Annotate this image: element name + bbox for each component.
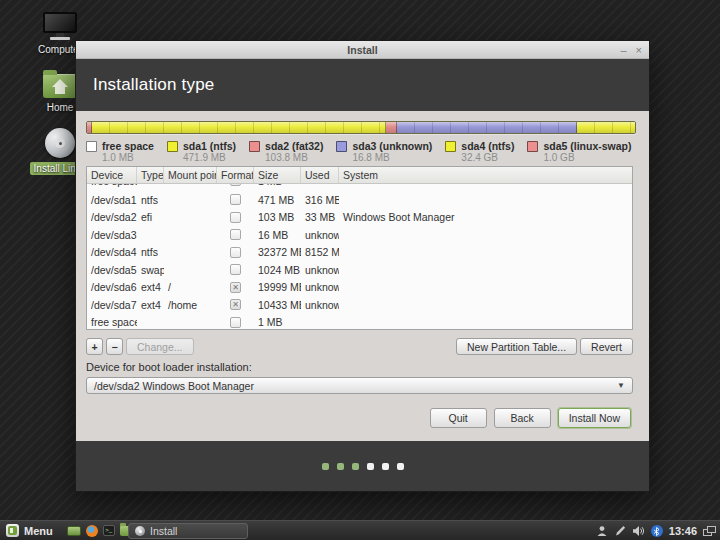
table-cell: 1 MB	[254, 184, 301, 187]
terminal-icon[interactable]: >_	[103, 525, 115, 536]
minimize-button[interactable]: –	[620, 45, 626, 55]
partition-table[interactable]: DeviceTypeMount pointFormat?SizeUsedSyst…	[86, 166, 633, 330]
bootloader-select[interactable]: /dev/sda2 Windows Boot Manager ▼	[86, 377, 633, 394]
table-cell: 10433 MB	[254, 299, 301, 311]
page-title: Installation type	[93, 75, 215, 95]
menu-label: Menu	[24, 525, 53, 537]
table-cell: 8152 MB	[301, 246, 339, 258]
chevron-down-icon: ▼	[617, 381, 625, 390]
table-cell: 32372 MB	[254, 246, 301, 258]
column-header[interactable]: Type	[137, 167, 164, 183]
table-cell: /dev/sda6	[87, 281, 137, 293]
close-button[interactable]: ×	[636, 45, 642, 55]
format-checkbox[interactable]	[230, 184, 241, 186]
table-cell: ntfs	[137, 194, 164, 206]
bluetooth-icon[interactable]	[651, 525, 663, 537]
computer-icon	[43, 12, 77, 40]
legend-name: sda3 (unknown)	[352, 140, 432, 152]
quit-button[interactable]: Quit	[430, 408, 487, 428]
format-checkbox[interactable]	[230, 264, 241, 275]
table-cell: unknown	[301, 229, 339, 241]
quick-launchers: >_	[67, 525, 133, 537]
back-button[interactable]: Back	[494, 408, 551, 428]
table-cell: /dev/sda1	[87, 194, 137, 206]
bootloader-selected-value: /dev/sda2 Windows Boot Manager	[94, 380, 617, 392]
format-cell	[217, 184, 254, 186]
format-cell	[217, 247, 254, 258]
install-now-button[interactable]: Install Now	[558, 408, 631, 428]
mint-logo-icon	[6, 524, 19, 537]
table-row[interactable]: free space1 MB	[87, 314, 632, 331]
table-row[interactable]: /dev/sda1ntfs471 MB316 MB	[87, 191, 632, 209]
partition-legend: free space1.0 MBsda1 (ntfs)471.9 MBsda2 …	[86, 140, 639, 167]
column-header[interactable]: Format?	[217, 167, 254, 183]
format-checkbox[interactable]	[230, 194, 241, 205]
format-checkbox[interactable]	[230, 317, 241, 328]
page-header: Installation type	[76, 59, 649, 111]
partition-segment	[397, 122, 578, 133]
progress-dot	[352, 463, 359, 470]
legend-item: sda5 (linux-swap)1.0 GB	[527, 140, 631, 167]
column-header[interactable]: Used	[301, 167, 339, 183]
change-partition-button[interactable]: Change...	[126, 338, 194, 355]
revert-button[interactable]: Revert	[580, 338, 633, 355]
taskbar-window-button[interactable]: Install	[128, 523, 248, 539]
table-row[interactable]: /dev/sda6ext4/✕19999 MBunknown	[87, 279, 632, 297]
progress-footer	[76, 441, 649, 491]
new-partition-table-button[interactable]: New Partition Table...	[456, 338, 577, 355]
format-cell	[217, 229, 254, 240]
partition-bar	[86, 121, 636, 134]
volume-icon[interactable]	[632, 525, 645, 537]
table-row[interactable]: free space1 MB	[87, 184, 632, 191]
clock[interactable]: 13:46	[669, 525, 697, 537]
column-header[interactable]: System	[339, 167, 632, 183]
format-checkbox[interactable]	[230, 247, 241, 258]
format-cell	[217, 317, 254, 328]
table-row[interactable]: /dev/sda7ext4/home✕10433 MBunknown	[87, 296, 632, 314]
legend-item: sda4 (ntfs)32.4 GB	[445, 140, 514, 167]
format-checkbox[interactable]: ✕	[230, 282, 241, 293]
legend-swatch-icon	[86, 141, 97, 152]
table-cell: /home	[164, 299, 217, 311]
table-cell: 471 MB	[254, 194, 301, 206]
column-header[interactable]: Size	[254, 167, 301, 183]
table-cell: /dev/sda4	[87, 246, 137, 258]
table-row[interactable]: /dev/sda5swap1024 MBunknown	[87, 261, 632, 279]
format-checkbox[interactable]	[230, 212, 241, 223]
table-cell: 103 MB	[254, 211, 301, 223]
legend-name: sda4 (ntfs)	[461, 140, 514, 152]
add-partition-button[interactable]: +	[86, 338, 103, 355]
menu-button[interactable]: Menu	[0, 521, 59, 540]
workspace-switcher-icon[interactable]	[703, 526, 716, 537]
user-icon[interactable]	[596, 525, 608, 537]
table-cell: Windows Boot Manager	[339, 211, 632, 223]
format-checkbox[interactable]: ✕	[230, 299, 241, 310]
window-titlebar[interactable]: Install – ×	[76, 41, 649, 59]
show-desktop-icon[interactable]	[67, 526, 81, 536]
bootloader-label: Device for boot loader installation:	[86, 361, 252, 373]
column-header[interactable]: Mount point	[164, 167, 217, 183]
firefox-icon[interactable]	[86, 525, 98, 537]
pen-icon[interactable]	[614, 525, 626, 537]
legend-size: 471.9 MB	[183, 152, 236, 163]
column-header[interactable]: Device	[87, 167, 137, 183]
table-row[interactable]: /dev/sda316 MBunknown	[87, 226, 632, 244]
legend-item: sda1 (ntfs)471.9 MB	[167, 140, 236, 167]
legend-swatch-icon	[249, 141, 260, 152]
legend-name: free space	[102, 140, 154, 152]
format-cell: ✕	[217, 282, 254, 293]
taskbar: Menu >_ Install 13:46	[0, 520, 720, 540]
table-row[interactable]: /dev/sda4ntfs32372 MB8152 MB	[87, 244, 632, 262]
remove-partition-button[interactable]: −	[106, 338, 123, 355]
legend-item: free space1.0 MB	[86, 140, 154, 167]
window-title: Install	[347, 44, 377, 56]
table-cell: efi	[137, 211, 164, 223]
partition-toolbar: + − Change... New Partition Table... Rev…	[86, 338, 633, 355]
format-checkbox[interactable]	[230, 229, 241, 240]
table-row[interactable]: /dev/sda2efi103 MB33 MBWindows Boot Mana…	[87, 209, 632, 227]
table-header: DeviceTypeMount pointFormat?SizeUsedSyst…	[87, 167, 632, 184]
table-cell: unknown	[301, 281, 339, 293]
table-cell: /	[164, 281, 217, 293]
table-cell: swap	[137, 264, 164, 276]
table-cell: free space	[87, 316, 137, 328]
